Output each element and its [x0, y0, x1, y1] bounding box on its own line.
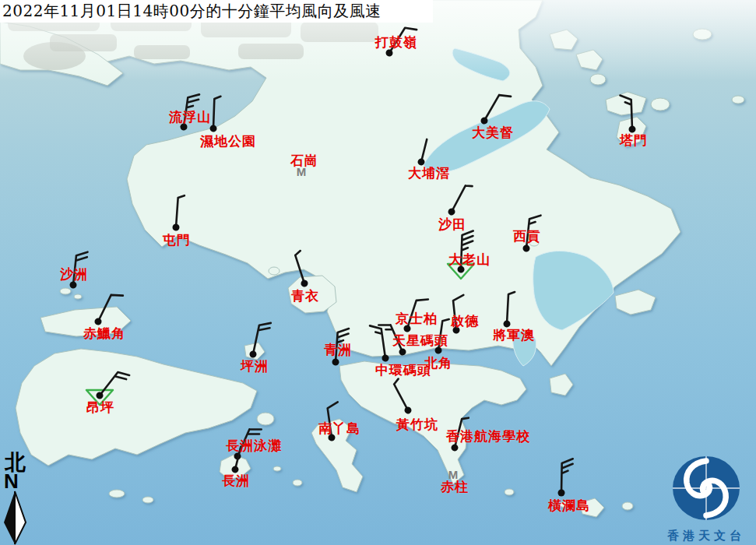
islet — [622, 502, 633, 510]
islet — [529, 240, 539, 246]
north-compass: 北 N — [2, 452, 36, 545]
map-base — [0, 0, 756, 545]
title-bar: 2022年11月01日14時00分的十分鐘平均風向及風速 — [0, 0, 433, 23]
islet — [74, 294, 82, 299]
compass-north-en: N — [4, 473, 36, 490]
islet — [142, 497, 153, 503]
islet — [293, 480, 302, 486]
hko-logo: 香港天文台 HONG KONG OBSERVATORY — [656, 453, 756, 545]
waglan-islet — [560, 502, 568, 508]
mirs-bay-island — [732, 96, 744, 104]
ma-wan-island — [269, 267, 280, 275]
islet — [273, 466, 281, 471]
map-title: 2022年11月01日14時00分的十分鐘平均風向及風速 — [0, 1, 382, 22]
north-arrow-icon — [2, 490, 28, 545]
hko-logo-name-zh: 香港天文台 — [656, 529, 756, 543]
ne-island — [651, 98, 670, 111]
sha-chau-islet — [60, 288, 71, 294]
hko-wind-map: 流浮山濕地公園打鼓嶺大美督塔門大埔滘沙田石崗M西貢大老山屯門沙洲赤鱲角青衣青洲坪… — [0, 0, 756, 545]
hei-ling-chau — [257, 413, 274, 425]
islet — [505, 489, 514, 495]
hko-logo-icon — [656, 453, 756, 525]
soko-islands — [109, 490, 125, 498]
